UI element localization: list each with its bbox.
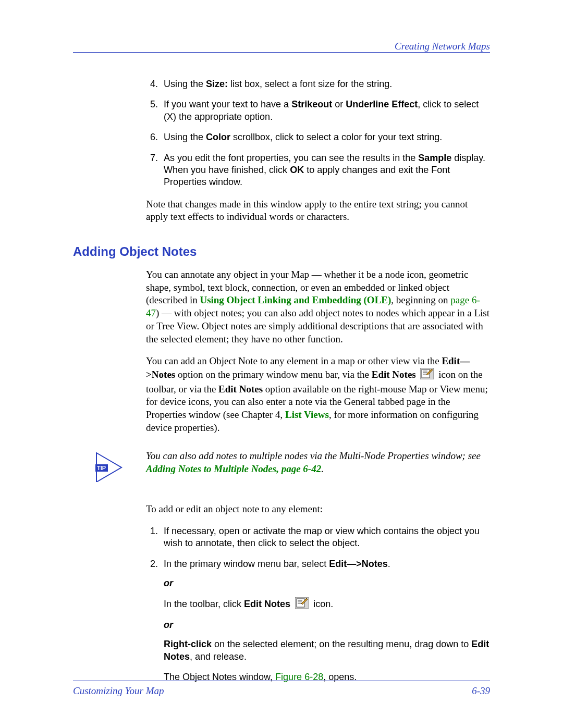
para-to-add: To add or edit an object note to any ele… (146, 503, 490, 516)
footer-left: Customizing Your Map (73, 685, 164, 697)
alt-rightclick: Right-click on the selected element; on … (164, 639, 489, 661)
tip-label: TIP (97, 465, 106, 471)
step-7: As you edit the font properties, you can… (161, 152, 490, 189)
or-2: or (164, 619, 490, 631)
page-ref-6-42[interactable]: page 6-42 (282, 463, 322, 474)
footer: Customizing Your Map 6-39 (73, 681, 490, 697)
tip-icon-wrap: TIP (73, 450, 146, 482)
tip-icon: TIP (95, 452, 124, 482)
add-note-steps: If necessary, open or activate the map o… (146, 525, 490, 684)
font-properties-steps: Using the Size: list box, select a font … (146, 78, 490, 189)
alt-toolbar: In the toolbar, click Edit Notes icon. (164, 599, 333, 609)
list-views-link[interactable]: List Views (285, 409, 329, 420)
header-rule (73, 52, 490, 53)
footer-page-number: 6-39 (472, 685, 490, 697)
chapter-title: Creating Network Maps (395, 41, 490, 52)
page: Creating Network Maps Using the Size: li… (0, 0, 563, 728)
multi-node-link[interactable]: Adding Notes to Multiple Nodes (146, 463, 276, 474)
add-step-1: If necessary, open or activate the map o… (161, 525, 490, 550)
edit-notes-icon (295, 597, 309, 612)
section-heading: Adding Object Notes (73, 244, 490, 259)
tip-block: TIP You can also add notes to multiple n… (73, 450, 490, 482)
add-step-2: In the primary window menu bar, select E… (161, 558, 490, 684)
or-1: or (164, 577, 490, 589)
ole-link[interactable]: Using Object Linking and Embedding (OLE) (200, 294, 391, 305)
edit-notes-icon (420, 368, 434, 383)
note-paragraph: Note that changes made in this window ap… (146, 198, 490, 224)
step-4: Using the Size: list box, select a font … (161, 78, 490, 90)
step-6: Using the Color scrollbox, click to sele… (161, 131, 490, 143)
annotate-paragraph-2: You can add an Object Note to any elemen… (146, 355, 490, 434)
tip-text: You can also add notes to multiple nodes… (146, 450, 490, 475)
content: Using the Size: list box, select a font … (73, 78, 490, 692)
annotate-paragraph-1: You can annotate any object in your Map … (146, 268, 490, 346)
step-5: If you want your text to have a Strikeou… (161, 98, 490, 123)
